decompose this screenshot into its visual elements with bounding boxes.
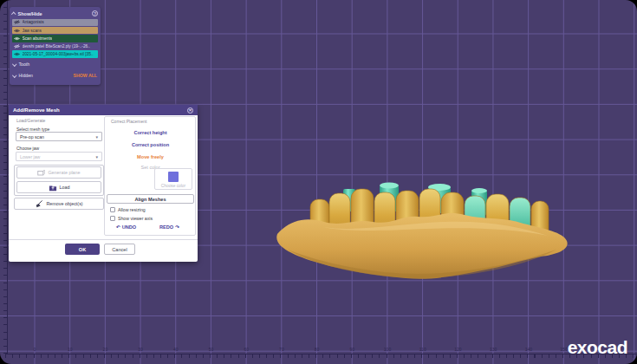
ruler-label: 70 (279, 347, 284, 352)
show-viewer-axis-row[interactable]: Show viewer axis (110, 216, 153, 221)
eye-off-icon[interactable] (14, 44, 20, 49)
move-freely-button[interactable]: Move freely (105, 154, 196, 159)
undo-label: UNDO (122, 224, 136, 230)
collapse-chevron-icon[interactable] (11, 12, 16, 16)
allow-resizing-label: Allow resizing (118, 207, 146, 212)
section-label: Hidden (19, 73, 33, 78)
chevron-down-icon: ▾ (95, 154, 98, 159)
jaw-select: Lower jaw ▾ (16, 152, 102, 161)
broom-icon (35, 200, 43, 208)
plane-icon (37, 169, 45, 176)
generate-plane-button: Generate plane (16, 166, 101, 179)
3d-jaw-model[interactable] (270, 166, 574, 283)
ok-button[interactable]: OK (65, 244, 100, 255)
left-ruler (7, 0, 8, 354)
layer-row-bitescan-file[interactable]: devshi patel BiteScan2.ply (19-..-26.. (12, 42, 98, 50)
show-viewer-axis-checkbox[interactable] (110, 216, 115, 221)
layer-label: devshi patel BiteScan2.ply (19-..-26.. (23, 44, 90, 49)
show-hide-header[interactable]: Show/Hide ? (12, 9, 98, 18)
show-all-button[interactable]: SHOW ALL (74, 73, 97, 78)
chevron-down-icon[interactable] (12, 62, 16, 66)
align-meshes-label: Align Meshes (134, 197, 166, 202)
chevron-down-icon[interactable] (12, 73, 16, 77)
ruler-label: 20 (103, 347, 108, 352)
mesh-type-select[interactable]: Pre-op scan ▾ (16, 132, 102, 141)
left-ruler-ticks (3, 0, 7, 354)
undo-button[interactable]: ↶ UNDO (116, 224, 136, 230)
close-icon[interactable]: × (187, 107, 193, 114)
eye-icon[interactable] (14, 52, 20, 56)
ruler-label: 150 (560, 347, 567, 352)
load-folder-icon (49, 184, 57, 192)
load-label: Load (60, 185, 70, 190)
correct-position-button[interactable]: Correct position (105, 142, 196, 147)
layer-label: Scan abutments (23, 36, 53, 41)
exocad-logo: exocad (568, 337, 627, 358)
section-label: Tooth (19, 62, 30, 67)
layer-label: Jaw scans (23, 29, 42, 33)
help-icon[interactable]: ? (92, 10, 98, 16)
choose-jaw-label: Choose jaw (16, 146, 39, 151)
choose-color-button: Choose color (154, 168, 192, 190)
align-meshes-button[interactable]: Align Meshes (107, 194, 194, 204)
ruler-label: 80 (315, 347, 320, 352)
redo-button[interactable]: REDO ↷ (159, 224, 179, 230)
color-swatch (168, 172, 179, 182)
remove-objects-label: Remove object(s) (46, 201, 82, 206)
layer-row-jaw-scans[interactable]: Jaw scans (12, 27, 98, 35)
layer-row-scan-abutments[interactable]: Scan abutments (12, 35, 98, 42)
cancel-label: Cancel (112, 247, 127, 252)
jaw-scan-render (270, 166, 574, 283)
show-viewer-axis-label: Show viewer axis (118, 216, 153, 221)
allow-resizing-row[interactable]: Allow resizing (110, 207, 146, 212)
redo-icon: ↷ (175, 224, 179, 230)
layer-label: 2021-05-17_00004-003jaw+bs.stl [35.. (23, 52, 94, 56)
ruler-label: 0 (34, 347, 36, 352)
ruler-label: 100 (384, 347, 391, 352)
correct-placement-heading: Correct Placement (109, 119, 148, 124)
cancel-button[interactable]: Cancel (104, 244, 135, 255)
dialog-titlebar[interactable]: Add/Remove Mesh × (9, 105, 198, 115)
panel-title: Show/Hide (18, 11, 42, 16)
add-remove-mesh-dialog: Add/Remove Mesh × Load/Generate Select m… (9, 105, 198, 262)
dialog-title: Add/Remove Mesh (13, 107, 60, 113)
eye-icon[interactable] (14, 29, 20, 33)
redo-label: REDO (159, 224, 173, 230)
ruler-label: 140 (525, 347, 532, 352)
ok-label: OK (79, 247, 86, 252)
chevron-down-icon: ▾ (95, 134, 98, 140)
ruler-label: 110 (419, 347, 426, 352)
bottom-ruler-ticks (5, 354, 637, 358)
remove-objects-button[interactable]: Remove object(s) (14, 198, 104, 210)
generate-plane-label: Generate plane (48, 170, 80, 175)
eye-icon[interactable] (14, 36, 20, 41)
ruler-label: 30 (138, 347, 143, 352)
undo-icon: ↶ (116, 224, 120, 230)
layer-label: Antagonists (23, 20, 44, 24)
ruler-label: 60 (244, 347, 249, 352)
load-generate-heading: Load/Generate (16, 118, 45, 123)
dialog-footer-divider (9, 239, 198, 240)
ruler-label: 40 (173, 347, 179, 352)
layer-row-antagonists[interactable]: Antagonists (12, 19, 98, 27)
load-button[interactable]: Load (16, 181, 101, 193)
tooth-section[interactable]: Tooth (12, 60, 98, 69)
ruler-label: 130 (490, 347, 497, 352)
ruler-label: 50 (209, 347, 214, 352)
choose-color-label: Choose color (155, 184, 192, 188)
ruler-label: 10 (68, 347, 73, 352)
workspace-canvas[interactable]: 0102030405060708090100110120130140150160 (0, 0, 637, 364)
ruler-label: 120 (454, 347, 461, 352)
hidden-section[interactable]: Hidden SHOW ALL (12, 71, 98, 81)
show-hide-panel: Show/Hide ? Antagonists Jaw scans Scan a… (10, 7, 101, 85)
jaw-value: Lower jaw (20, 154, 40, 159)
allow-resizing-checkbox[interactable] (110, 207, 115, 212)
correct-height-button[interactable]: Correct height (105, 130, 196, 135)
layer-row-jaw-file[interactable]: 2021-05-17_00004-003jaw+bs.stl [35.. (12, 50, 98, 58)
ruler-label: 90 (350, 347, 355, 352)
mesh-type-value: Pre-op scan (20, 134, 44, 140)
eye-off-icon[interactable] (14, 20, 20, 24)
